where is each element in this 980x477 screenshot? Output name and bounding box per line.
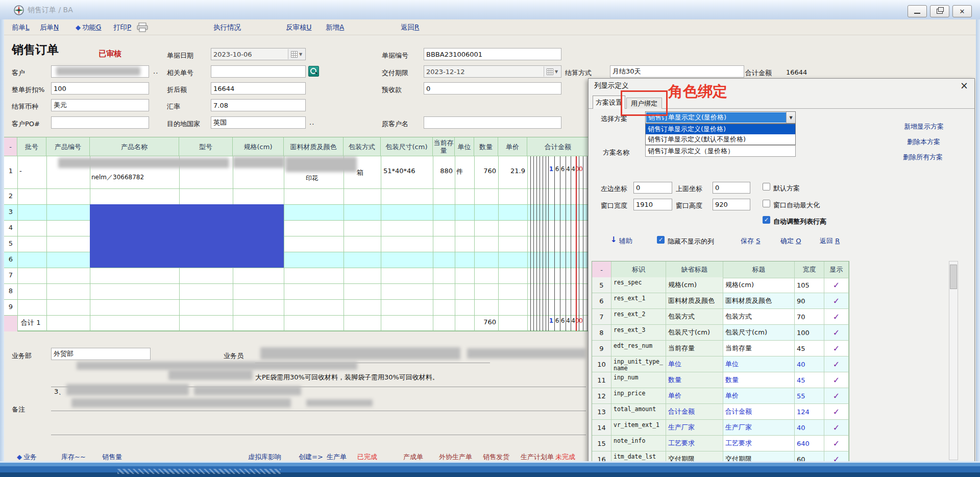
toolbar-prev-doc[interactable]: 前单L (12, 23, 30, 32)
defrow-title[interactable]: 数量 (723, 372, 795, 388)
defcol-header-id[interactable]: 标识 (611, 261, 666, 278)
defrow-id[interactable]: res_spec (611, 277, 666, 293)
defrow-default-title[interactable]: 包装方式 (666, 309, 723, 325)
defcol-header-title[interactable]: 标题 (723, 261, 795, 278)
auto-maximize-checkbox[interactable] (763, 200, 770, 207)
defrow-width[interactable]: 105 (795, 277, 824, 293)
footer-production-plan-link[interactable]: 生产计划单 (521, 452, 554, 462)
footer-business-link[interactable]: ◆业务 (17, 452, 37, 462)
toolbar-execution-status[interactable]: 执行情况 (213, 23, 241, 32)
defrow-id[interactable]: res_ext_1 (611, 293, 666, 309)
defrow-num[interactable]: 5 (592, 277, 611, 293)
dropdown-option[interactable]: 销售订单显示定义(默认不显价格) (646, 134, 795, 145)
search-icon[interactable] (308, 66, 319, 77)
scheme-combobox[interactable]: 销售订单显示定义(显价格) ▼ (645, 111, 796, 124)
dept-input[interactable]: 外贸部 (51, 348, 151, 360)
related-no-input[interactable] (211, 65, 306, 78)
defrow-default-title[interactable]: 包装尺寸(cm) (666, 325, 723, 341)
after-discount-input[interactable]: 16644 (211, 82, 306, 94)
dialog-table-scrollbar[interactable] (949, 261, 958, 460)
defrow-num[interactable]: 6 (592, 293, 611, 309)
footer-virtual-stock-link[interactable]: 虚拟库影响 (248, 452, 281, 462)
defcol-header-default-title[interactable]: 缺省标题 (666, 261, 723, 278)
defrow-title[interactable]: 包装方式 (723, 309, 795, 325)
defrow-width[interactable]: 40 (795, 420, 824, 436)
defrow-num[interactable]: 11 (592, 372, 611, 388)
defrow-title[interactable]: 包装尺寸(cm) (723, 325, 795, 341)
defrow-num[interactable]: 10 (592, 356, 611, 372)
delete-all-schemes-button[interactable]: 删除所有方案 (903, 153, 943, 162)
return-button[interactable]: 返回 R (820, 236, 840, 246)
minimize-button[interactable] (908, 5, 927, 17)
defrow-id[interactable]: inp_unit_type_name (611, 356, 666, 372)
dropdown-option-selected[interactable]: 销售订单显示定义(显价格) (646, 124, 795, 134)
footer-production-order-link[interactable]: 生产单 (327, 452, 347, 462)
dest-country-input[interactable]: 英国 (211, 116, 306, 129)
orig-customer-input[interactable] (424, 116, 561, 129)
combobox-dropdown-button[interactable]: ▼ (786, 112, 795, 123)
footer-outsource-order-link[interactable]: 外协生产单 (439, 452, 472, 462)
settle-method-input[interactable]: 月结30天 (610, 65, 744, 78)
defrow-title[interactable]: 面料材质及颜色 (723, 293, 795, 309)
defrow-width[interactable]: 70 (795, 309, 824, 325)
auto-rowheight-checkbox[interactable]: ✓ (763, 216, 770, 224)
selected-cells-block[interactable] (90, 204, 284, 268)
defrow-id[interactable]: inp_num (611, 372, 666, 388)
defrow-width[interactable]: 45 (795, 372, 824, 388)
defrow-id[interactable]: res_ext_2 (611, 309, 666, 325)
customer-lookup-button[interactable]: .. (153, 67, 158, 75)
defrow-title[interactable]: 单位 (723, 356, 795, 372)
column-definition-table[interactable]: - 标识 缺省标题 标题 宽度 显示 5 res_spec 规格(cm) 规格(… (592, 261, 849, 468)
defrow-title[interactable]: 合计金额 (723, 404, 795, 420)
defrow-default-title[interactable]: 规格(cm) (666, 277, 723, 293)
footer-finished-product-link[interactable]: 产成单 (403, 452, 423, 462)
close-button[interactable]: ✕ (952, 5, 972, 17)
defrow-visible-check[interactable]: ✓ (824, 420, 849, 436)
defrow-id[interactable]: res_ext_3 (611, 325, 666, 341)
defrow-num[interactable]: 7 (592, 309, 611, 325)
dialog-close-icon[interactable]: × (960, 80, 968, 91)
window-height-input[interactable]: 920 (713, 199, 750, 210)
defrow-visible-check[interactable]: ✓ (824, 356, 849, 372)
defrow-title[interactable]: 当前存量 (723, 341, 795, 356)
defrow-id[interactable]: note_info (611, 436, 666, 451)
restore-button[interactable] (930, 5, 949, 17)
defrow-id[interactable]: inp_price (611, 388, 666, 404)
currency-input[interactable]: 美元 (51, 99, 149, 111)
toolbar-add-new[interactable]: 新增A (326, 23, 344, 32)
defrow-default-title[interactable]: 生产厂家 (666, 420, 723, 436)
footer-sales-delivery-link[interactable]: 销售发货 (483, 452, 509, 462)
defrow-width[interactable]: 124 (795, 404, 824, 420)
defrow-width[interactable]: 100 (795, 325, 824, 341)
defrow-title[interactable]: 单价 (723, 388, 795, 404)
defrow-num[interactable]: 9 (592, 341, 611, 356)
top-coord-input[interactable]: 0 (713, 182, 750, 194)
footer-stock-link[interactable]: 库存~~ (61, 452, 86, 462)
defrow-num[interactable]: 15 (592, 436, 611, 451)
advance-input[interactable]: 0 (424, 82, 561, 94)
left-coord-input[interactable]: 0 (633, 182, 672, 194)
defrow-default-title[interactable]: 工艺要求 (666, 436, 723, 451)
defrow-num[interactable]: 14 (592, 420, 611, 436)
defcol-header-rownum[interactable]: - (592, 261, 611, 278)
defrow-visible-check[interactable]: ✓ (824, 372, 849, 388)
defrow-width[interactable]: 40 (795, 356, 824, 372)
defrow-default-title[interactable]: 单价 (666, 388, 723, 404)
default-scheme-checkbox[interactable] (763, 183, 770, 190)
calendar-dropdown-button[interactable]: ▼ (288, 49, 305, 59)
toolbar-functions[interactable]: ◆功能G (76, 23, 101, 32)
defrow-visible-check[interactable]: ✓ (824, 436, 849, 451)
defrow-title[interactable]: 生产厂家 (723, 420, 795, 436)
calendar-dropdown-button[interactable]: ▼ (544, 66, 560, 77)
defrow-default-title[interactable]: 面料材质及颜色 (666, 293, 723, 309)
delete-scheme-button[interactable]: 删除本方案 (907, 137, 940, 147)
defrow-visible-check[interactable]: ✓ (824, 388, 849, 404)
defcol-header-width[interactable]: 宽度 (795, 261, 824, 278)
defrow-visible-check[interactable]: ✓ (824, 293, 849, 309)
defrow-num[interactable]: 12 (592, 388, 611, 404)
defcol-header-visible[interactable]: 显示 (824, 261, 849, 278)
scheme-name-input[interactable]: 销售订单显示定义（显价格） (645, 145, 796, 157)
rate-input[interactable]: 7.08 (211, 99, 306, 111)
defrow-visible-check[interactable]: ✓ (824, 277, 849, 293)
defrow-visible-check[interactable]: ✓ (824, 404, 849, 420)
